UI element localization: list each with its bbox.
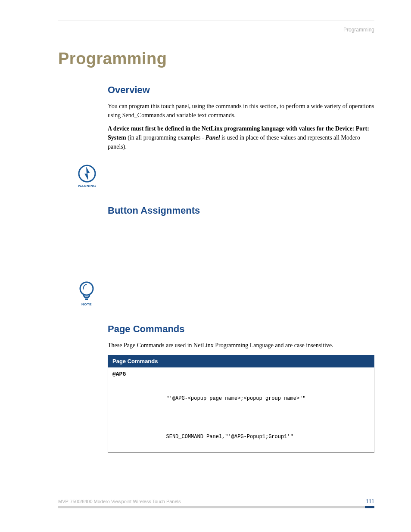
- table-row: @APG "'@APG-<popup page name>;<popup gro…: [108, 367, 374, 453]
- page-footer: MVP-7500/8400 Modero Viewpoint Wireless …: [58, 498, 374, 508]
- warning-icon: WARNING: [78, 164, 97, 188]
- warning-label: WARNING: [78, 184, 97, 188]
- note-label: NOTE: [78, 302, 96, 306]
- table-header-row: Page Commands: [108, 355, 374, 367]
- page-commands-heading: Page Commands: [108, 324, 374, 335]
- header-rule: [58, 21, 374, 21]
- overview-p2-italic: Panel: [206, 134, 220, 141]
- cmd-name: @APG: [108, 367, 162, 453]
- overview-p2-mid: (in all programming examples -: [126, 134, 206, 141]
- button-assignments-heading: Button Assignments: [108, 205, 374, 216]
- footer-bar: [58, 506, 374, 508]
- running-head: Programming: [343, 27, 374, 33]
- page-commands-intro: These Page Commands are used in NetLinx …: [108, 341, 374, 350]
- overview-heading: Overview: [108, 84, 374, 96]
- page-title: Programming: [58, 50, 374, 68]
- svg-point-1: [80, 282, 93, 295]
- cmd-example: SEND_COMMAND Panel,"'@APG-Popup1;Group1'…: [166, 433, 370, 441]
- cmd-desc: "'@APG-<popup page name>;<popup group na…: [162, 367, 374, 453]
- page-commands-table: Page Commands @APG "'@APG-<popup page na…: [108, 355, 374, 453]
- table-header: Page Commands: [108, 355, 374, 367]
- overview-p2: A device must first be defined in the Ne…: [108, 124, 374, 151]
- lightbulb-icon: NOTE: [78, 281, 96, 306]
- warning-icon-block: WARNING: [78, 164, 374, 189]
- cmd-syntax: "'@APG-<popup page name>;<popup group na…: [166, 395, 370, 403]
- footer-page-number: 111: [366, 498, 374, 504]
- note-icon-block: NOTE: [78, 281, 374, 307]
- overview-p1: You can program this touch panel, using …: [108, 102, 374, 120]
- footer-product: MVP-7500/8400 Modero Viewpoint Wireless …: [58, 499, 181, 504]
